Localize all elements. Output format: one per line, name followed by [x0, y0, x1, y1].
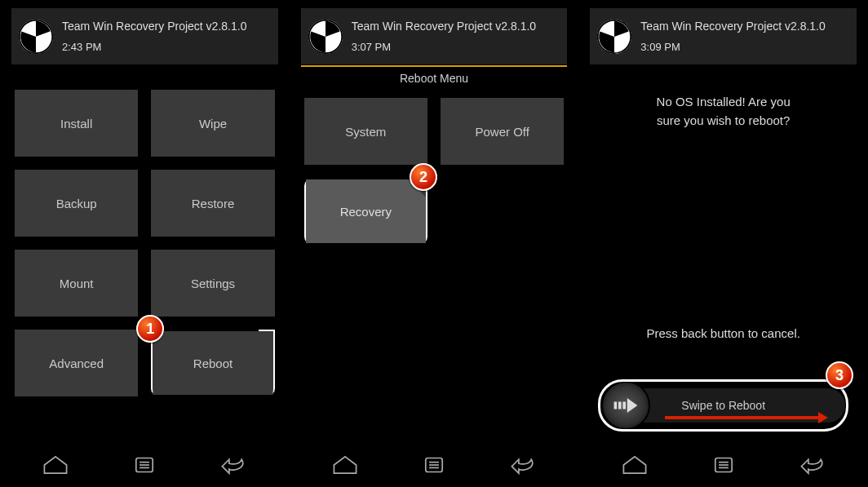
slider-knob[interactable]: [601, 381, 650, 430]
mount-button[interactable]: Mount: [15, 250, 138, 317]
annotation-badge-3: 3: [826, 361, 853, 389]
clock: 2:43 PM: [62, 41, 246, 53]
back-icon[interactable]: [219, 453, 247, 477]
home-icon[interactable]: [42, 453, 69, 477]
header: Team Win Recovery Project v2.8.1.0 3:07 …: [301, 8, 568, 65]
svg-rect-16: [623, 402, 627, 410]
back-icon[interactable]: [509, 453, 537, 477]
menu-icon[interactable]: [710, 453, 737, 477]
annotation-badge-2: 2: [410, 163, 437, 191]
clock: 3:07 PM: [352, 41, 536, 53]
panel-confirm-reboot: Team Win Recovery Project v2.8.1.0 3:09 …: [578, 0, 868, 487]
nav-bar: [11, 448, 278, 482]
reboot-button[interactable]: Reboot 1: [151, 330, 274, 396]
advanced-button[interactable]: Advanced: [15, 330, 138, 396]
twrp-logo-icon: [596, 19, 632, 55]
install-button[interactable]: Install: [15, 90, 138, 157]
home-icon[interactable]: [621, 453, 649, 477]
swipe-to-reboot-slider[interactable]: Swipe to Reboot 3: [601, 383, 845, 428]
reboot-menu-title: Reboot Menu: [301, 72, 568, 85]
accent-divider: [301, 65, 568, 67]
menu-icon[interactable]: [420, 453, 448, 477]
main-button-grid: Install Wipe Backup Restore Mount Settin…: [11, 83, 278, 396]
twrp-logo-icon: [18, 19, 54, 55]
svg-rect-15: [618, 402, 622, 410]
reboot-system-button[interactable]: System: [304, 98, 427, 165]
header: Team Win Recovery Project v2.8.1.0 2:43 …: [11, 8, 278, 65]
reboot-button-grid: System Power Off Recovery 2: [301, 91, 568, 245]
clock: 3:09 PM: [640, 41, 825, 53]
menu-icon[interactable]: [131, 453, 158, 477]
cancel-hint: Press back button to cancel.: [578, 326, 868, 340]
restore-button[interactable]: Restore: [151, 170, 274, 237]
home-icon[interactable]: [331, 453, 359, 477]
reboot-recovery-button[interactable]: Recovery 2: [304, 178, 427, 245]
slider-label: Swipe to Reboot: [681, 399, 765, 412]
app-title: Team Win Recovery Project v2.8.1.0: [62, 20, 246, 33]
app-title: Team Win Recovery Project v2.8.1.0: [640, 20, 825, 33]
svg-rect-14: [614, 402, 618, 410]
back-icon[interactable]: [799, 453, 826, 477]
panel-main-menu: Team Win Recovery Project v2.8.1.0 2:43 …: [0, 0, 290, 487]
panel-reboot-menu: Team Win Recovery Project v2.8.1.0 3:07 …: [290, 0, 579, 487]
twrp-logo-icon: [308, 19, 343, 55]
slider-arrow-icon: [611, 396, 640, 414]
settings-button[interactable]: Settings: [151, 250, 274, 317]
backup-button[interactable]: Backup: [15, 170, 138, 237]
no-os-warning: No OS Installed! Are you sure you wish t…: [590, 93, 857, 130]
app-title: Team Win Recovery Project v2.8.1.0: [352, 20, 536, 33]
power-off-button[interactable]: Power Off: [441, 98, 564, 165]
nav-bar: [590, 448, 857, 482]
header: Team Win Recovery Project v2.8.1.0 3:09 …: [590, 8, 857, 65]
nav-bar: [301, 448, 568, 482]
annotation-arrow-icon: [665, 412, 828, 423]
wipe-button[interactable]: Wipe: [151, 90, 274, 157]
